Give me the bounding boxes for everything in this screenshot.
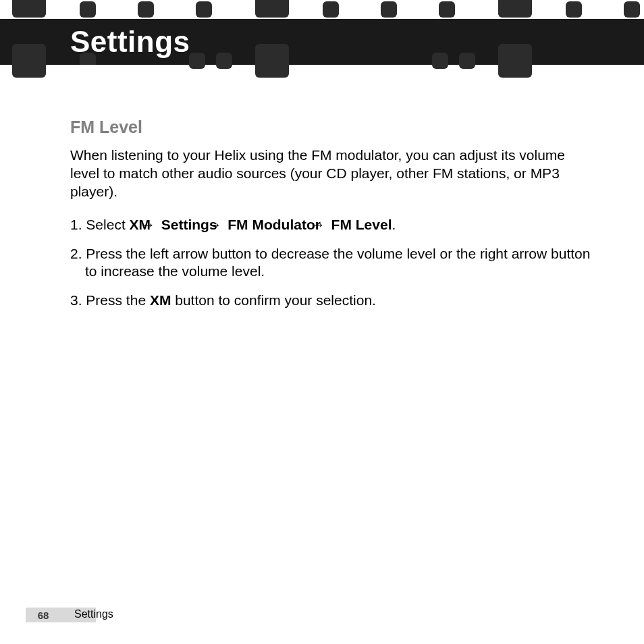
page-footer: 68 Settings	[0, 608, 644, 622]
step-number: 3.	[70, 292, 86, 308]
step-3: 3. Press the XM button to confirm your s…	[70, 292, 597, 310]
decorative-block	[12, 53, 46, 65]
step-1: 1. Select XM → Settings → FM Modulator →…	[70, 216, 597, 234]
step-number: 1.	[70, 217, 86, 232]
decorative-block	[12, 0, 46, 18]
page-title: Settings	[70, 19, 190, 65]
decorative-block	[381, 1, 397, 18]
decorative-block	[255, 53, 289, 65]
step-text: Press the	[86, 292, 150, 308]
page-number: 68	[26, 610, 61, 621]
step-text: Select	[86, 217, 129, 232]
arrow-right-icon: →	[221, 216, 223, 234]
step-text: button to confirm your selection.	[171, 292, 376, 308]
decorative-block	[196, 1, 212, 18]
decorative-block	[323, 1, 339, 18]
arrow-right-icon: →	[325, 216, 327, 234]
decorative-block	[624, 1, 640, 18]
step-text: .	[392, 217, 396, 232]
footer-section-label: Settings	[74, 608, 113, 620]
section-heading: FM Level	[70, 117, 597, 137]
breadcrumb-item: FM Modulator	[227, 217, 321, 232]
button-name: XM	[150, 292, 171, 308]
decorative-block	[566, 1, 582, 18]
decorative-block	[439, 1, 455, 18]
step-2: 2. Press the left arrow button to decrea…	[70, 245, 597, 281]
content-body: FM Level When listening to your Helix us…	[70, 117, 597, 321]
decorative-block	[138, 1, 154, 18]
decorative-block	[498, 0, 532, 18]
decorative-block	[255, 0, 289, 18]
arrow-right-icon: →	[155, 216, 157, 234]
breadcrumb-item: FM Level	[331, 217, 392, 232]
decorative-block	[498, 53, 532, 65]
intro-paragraph: When listening to your Helix using the F…	[70, 146, 597, 201]
decorative-block	[80, 1, 96, 18]
